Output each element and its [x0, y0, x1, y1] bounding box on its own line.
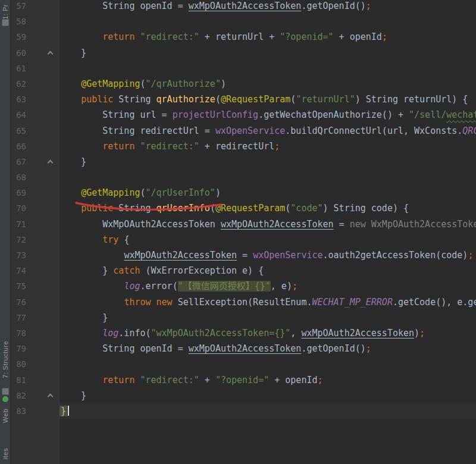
- code-line[interactable]: 74 } catch (WxErrorException e) {: [11, 263, 476, 278]
- gutter-cell[interactable]: 57: [11, 0, 60, 14]
- gutter-cell[interactable]: 70: [11, 200, 60, 216]
- code-line[interactable]: 70 public String qrUserInfo(@RequestPara…: [11, 200, 476, 216]
- gutter-cell[interactable]: 75: [11, 278, 60, 294]
- code-line[interactable]: 78 log.info("wxMpOAuth2AccessToken={}", …: [11, 325, 476, 341]
- gutter-cell[interactable]: 67: [11, 154, 60, 170]
- gutter-cell[interactable]: 61: [11, 61, 60, 76]
- gutter-cell[interactable]: 83: [11, 403, 60, 419]
- gutter-cell[interactable]: 69: [11, 185, 60, 200]
- gutter-cell[interactable]: 64: [11, 107, 60, 123]
- left-tool-strip: 1: Pr 7: Structure Web ites: [0, 0, 11, 464]
- line-number: 75: [11, 278, 26, 294]
- line-number: 59: [11, 29, 26, 45]
- tool-button-structure[interactable]: 7: Structure: [0, 332, 11, 387]
- tool-button-web-label: Web: [2, 409, 9, 423]
- code-line[interactable]: 80: [11, 356, 476, 372]
- code-line[interactable]: 65 String redirectUrl = wxOpenService.bu…: [11, 123, 476, 139]
- gutter-cell[interactable]: 77: [11, 310, 60, 325]
- code-line[interactable]: 68: [11, 170, 476, 185]
- gutter-cell[interactable]: 79: [11, 341, 60, 356]
- gutter-cell[interactable]: 68: [11, 170, 60, 185]
- web-green-dot-icon[interactable]: [2, 396, 8, 402]
- gutter-cell[interactable]: 76: [11, 294, 60, 310]
- line-number: 64: [11, 107, 26, 123]
- fold-marker-icon[interactable]: [48, 159, 54, 165]
- line-number: 71: [11, 217, 26, 232]
- code-line[interactable]: 69 @GetMapping("/qrUserInfo"): [11, 185, 476, 200]
- gutter-cell[interactable]: 82: [11, 388, 60, 403]
- structure-tool-icon[interactable]: [2, 388, 9, 395]
- gutter-cell[interactable]: 71: [11, 217, 60, 232]
- code-line[interactable]: 66 return "redirect:" + redirectUrl;: [11, 139, 476, 154]
- code-line[interactable]: 59 return "redirect:" + returnUrl + "?op…: [11, 29, 476, 45]
- code-line[interactable]: 73 wxMpOAuth2AccessToken = wxOpenService…: [11, 247, 476, 263]
- line-number: 58: [11, 14, 26, 29]
- code-line[interactable]: 61: [11, 61, 476, 76]
- code-text: }: [60, 310, 476, 325]
- line-number: 60: [11, 45, 26, 61]
- line-number: 66: [11, 139, 26, 154]
- gutter-cell[interactable]: 73: [11, 247, 60, 263]
- code-text: wxMpOAuth2AccessToken = wxOpenService.oa…: [60, 247, 476, 263]
- fold-marker-icon[interactable]: [48, 393, 54, 399]
- code-line[interactable]: 79 String openId = wxMpOAuth2AccessToken…: [11, 341, 476, 356]
- code-text: @GetMapping("/qrAuthorize"): [60, 76, 476, 92]
- line-number: 62: [11, 76, 26, 92]
- line-number: 82: [11, 388, 26, 403]
- code-line[interactable]: 63 public String qrAuthorize(@RequestPar…: [11, 92, 476, 107]
- project-tool-icon[interactable]: [2, 19, 9, 26]
- code-text: String openId = wxMpOAuth2AccessToken.ge…: [60, 0, 476, 14]
- code-line[interactable]: 82 }: [11, 388, 476, 403]
- code-text: log.info("wxMpOAuth2AccessToken={}", wxM…: [60, 325, 476, 341]
- fold-marker-icon[interactable]: [48, 51, 54, 57]
- line-number: 67: [11, 154, 26, 170]
- gutter-cell[interactable]: 59: [11, 29, 60, 45]
- code-line[interactable]: 62 @GetMapping("/qrAuthorize"): [11, 76, 476, 92]
- code-line[interactable]: 81 return "redirect:" + "?openid=" + ope…: [11, 372, 476, 388]
- code-line[interactable]: 60 }: [11, 45, 476, 61]
- code-text: try {: [60, 232, 476, 247]
- gutter-cell[interactable]: 65: [11, 123, 60, 139]
- gutter-cell[interactable]: 78: [11, 325, 60, 341]
- code-text: public String qrAuthorize(@RequestParam(…: [60, 92, 476, 107]
- code-line[interactable]: 77 }: [11, 310, 476, 325]
- code-line[interactable]: 76 throw new SellException(ResultEnum.WE…: [11, 294, 476, 310]
- gutter-cell[interactable]: 63: [11, 92, 60, 107]
- gutter-cell[interactable]: 66: [11, 139, 60, 154]
- gutter-cell[interactable]: 81: [11, 372, 60, 388]
- code-text: }: [60, 154, 476, 170]
- code-text: String url = projectUrlConfig.getWechatO…: [60, 107, 476, 123]
- gutter-cell[interactable]: 60: [11, 45, 60, 61]
- line-number: 57: [11, 0, 26, 14]
- code-text: String redirectUrl = wxOpenService.build…: [60, 123, 476, 139]
- code-line[interactable]: 67 }: [11, 154, 476, 170]
- line-number: 65: [11, 123, 26, 139]
- gutter-cell[interactable]: 58: [11, 14, 60, 29]
- code-line[interactable]: 64 String url = projectUrlConfig.getWech…: [11, 107, 476, 123]
- code-text: }: [60, 403, 476, 419]
- code-lines: 57 String openId = wxMpOAuth2AccessToken…: [11, 0, 476, 419]
- code-text: return "redirect:" + "?openid=" + openId…: [60, 372, 476, 388]
- tool-button-web[interactable]: Web: [0, 405, 11, 427]
- code-line[interactable]: 71 WxMpOAuth2AccessToken wxMpOAuth2Acces…: [11, 217, 476, 232]
- line-number: 68: [11, 170, 26, 185]
- code-text: }: [60, 45, 476, 61]
- code-text: WxMpOAuth2AccessToken wxMpOAuth2AccessTo…: [60, 217, 476, 232]
- gutter-cell[interactable]: 74: [11, 263, 60, 278]
- tool-button-favorites[interactable]: ites: [0, 444, 11, 464]
- code-text: [60, 14, 476, 29]
- code-line[interactable]: 58: [11, 14, 476, 29]
- line-number: 74: [11, 263, 26, 278]
- code-editor[interactable]: 57 String openId = wxMpOAuth2AccessToken…: [11, 0, 476, 464]
- line-number: 73: [11, 247, 26, 263]
- code-line[interactable]: 83}: [11, 403, 476, 419]
- code-text: [60, 356, 476, 372]
- code-text: [60, 61, 476, 76]
- gutter-cell[interactable]: 72: [11, 232, 60, 247]
- code-line[interactable]: 75 log.error("【微信网页授权】{}", e);: [11, 278, 476, 294]
- gutter-cell[interactable]: 62: [11, 76, 60, 92]
- gutter-cell[interactable]: 80: [11, 356, 60, 372]
- code-text: String openId = wxMpOAuth2AccessToken.ge…: [60, 341, 476, 356]
- code-line[interactable]: 72 try {: [11, 232, 476, 247]
- code-line[interactable]: 57 String openId = wxMpOAuth2AccessToken…: [11, 0, 476, 14]
